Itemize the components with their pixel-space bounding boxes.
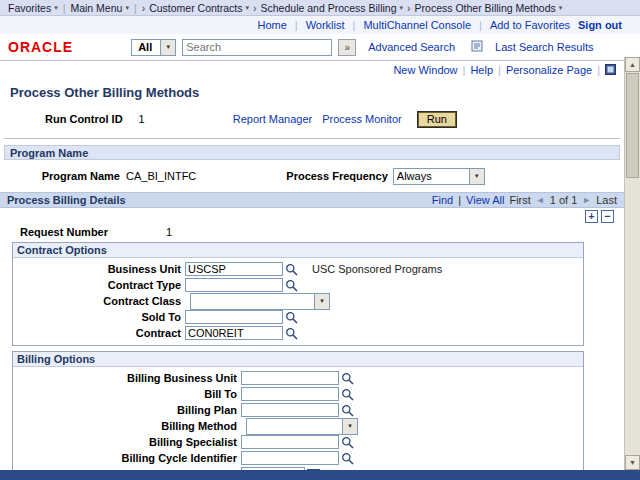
lookup-icon[interactable] [285, 279, 298, 292]
breadcrumb-label: Customer Contracts [149, 2, 242, 14]
field-row: Business Unit USC Sponsored Programs [13, 261, 583, 277]
breadcrumb-label: Schedule and Process Billing [261, 2, 397, 14]
header-bar: ORACLE All ▾ » Advanced Search Last Sear… [0, 34, 640, 61]
billing-method-select[interactable]: ▾ [246, 418, 358, 435]
run-control-id-label: Run Control ID [45, 113, 123, 125]
breadcrumb-item-process-other-billing-methods[interactable]: Process Other Billing Methods ▾ [415, 2, 563, 14]
chevron-down-icon: ▾ [559, 4, 563, 11]
separator: | [498, 64, 501, 76]
breadcrumb: Favorites ▾ | Main Menu ▾ | › Customer C… [0, 0, 640, 16]
breadcrumb-chevron-icon: › [253, 2, 257, 14]
process-monitor-link[interactable]: Process Monitor [322, 113, 401, 125]
multichannel-console-link[interactable]: MultiChannel Console [363, 19, 471, 31]
separator: | [458, 194, 461, 206]
lookup-icon[interactable] [285, 327, 298, 340]
vertical-scrollbar[interactable]: ▲ ▼ [624, 57, 640, 470]
copy-url-icon[interactable] [605, 64, 616, 77]
row-action-buttons: + − [0, 208, 624, 224]
process-frequency-label: Process Frequency [286, 170, 388, 182]
lookup-icon[interactable] [341, 436, 354, 449]
separator: | [597, 64, 600, 76]
business-unit-input[interactable] [185, 262, 283, 276]
field-row: Bill To [13, 386, 583, 402]
personalize-page-link[interactable]: Personalize Page [506, 64, 592, 76]
separator: | [479, 19, 482, 31]
separator: | [63, 2, 66, 14]
delete-row-button[interactable]: − [601, 210, 614, 223]
scroll-up-button[interactable]: ▲ [625, 57, 640, 72]
next-row-icon[interactable]: ► [582, 195, 591, 205]
request-number-row: Request Number 1 [0, 224, 624, 239]
lookup-icon[interactable] [285, 311, 298, 324]
chevron-down-icon: ▾ [469, 169, 484, 184]
add-to-favorites-link[interactable]: Add to Favorites [490, 19, 570, 31]
last-label: Last [596, 194, 617, 206]
main-menu[interactable]: Main Menu ▾ [70, 2, 128, 14]
add-row-button[interactable]: + [585, 210, 598, 223]
help-link[interactable]: Help [470, 64, 493, 76]
process-billing-details-title: Process Billing Details [7, 194, 126, 206]
last-search-results-icon [471, 40, 483, 54]
lookup-icon[interactable] [341, 404, 354, 417]
billing-business-unit-input[interactable] [241, 371, 339, 385]
chevron-down-icon: ▾ [314, 294, 329, 309]
billing-specialist-input[interactable] [241, 435, 339, 449]
field-row: Sold To [13, 309, 583, 325]
contract-type-label: Contract Type [13, 279, 181, 291]
contract-input[interactable] [185, 326, 283, 340]
favorites-menu[interactable]: Favorites ▾ [8, 2, 58, 14]
field-row: Contract [13, 325, 583, 341]
run-button[interactable]: Run [418, 112, 456, 127]
contract-class-select[interactable]: ▾ [190, 293, 330, 310]
home-link[interactable]: Home [257, 19, 286, 31]
billing-options-group: Billing Options Billing Business Unit Bi… [12, 351, 584, 480]
scrollbar-thumb[interactable] [626, 73, 639, 178]
divider [4, 138, 620, 139]
lookup-icon[interactable] [285, 263, 298, 276]
sign-out-link[interactable]: Sign out [578, 19, 622, 31]
view-all-link[interactable]: View All [466, 194, 504, 206]
advanced-search-link[interactable]: Advanced Search [368, 41, 455, 53]
last-search-results-link[interactable]: Last Search Results [495, 41, 593, 53]
billing-plan-label: Billing Plan [13, 404, 237, 416]
process-frequency-select[interactable]: Always ▾ [393, 168, 485, 185]
find-link[interactable]: Find [432, 194, 453, 206]
worklist-link[interactable]: Worklist [306, 19, 345, 31]
search-scope-value: All [132, 41, 160, 53]
field-row: Contract Class ▾ [13, 293, 583, 309]
previous-row-icon[interactable]: ◄ [536, 195, 545, 205]
lookup-icon[interactable] [341, 372, 354, 385]
search-input[interactable] [182, 39, 332, 56]
field-row: Billing Plan [13, 402, 583, 418]
breadcrumb-label: Process Other Billing Methods [415, 2, 556, 14]
breadcrumb-item-customer-contracts[interactable]: Customer Contracts ▾ [149, 2, 249, 14]
breadcrumb-item-schedule-and-process-billing[interactable]: Schedule and Process Billing ▾ [261, 2, 404, 14]
peoplesoft-window: Favorites ▾ | Main Menu ▾ | › Customer C… [0, 0, 640, 480]
contract-class-label: Contract Class [13, 295, 181, 307]
field-row: Billing Business Unit [13, 370, 583, 386]
lookup-icon[interactable] [341, 452, 354, 465]
program-name-row: Program Name CA_BI_INTFC Process Frequen… [0, 165, 624, 187]
contract-label: Contract [13, 327, 181, 339]
report-manager-link[interactable]: Report Manager [233, 113, 313, 125]
page-title: Process Other Billing Methods [10, 85, 624, 100]
billing-cycle-identifier-input[interactable] [241, 451, 339, 465]
page-utility-links: New Window | Help | Personalize Page | [0, 63, 624, 77]
billing-business-unit-label: Billing Business Unit [13, 372, 237, 384]
contract-options-title: Contract Options [13, 243, 583, 258]
search-scope-select[interactable]: All ▾ [131, 39, 176, 56]
top-nav: Home | Worklist | MultiChannel Console |… [0, 16, 640, 34]
contract-options-body: Business Unit USC Sponsored Programs Con… [13, 258, 583, 345]
separator: | [295, 19, 298, 31]
bill-to-input[interactable] [241, 387, 339, 401]
search-go-button[interactable]: » [338, 39, 356, 56]
contract-type-input[interactable] [185, 278, 283, 292]
chevron-down-icon: ▾ [125, 4, 129, 11]
lookup-icon[interactable] [341, 388, 354, 401]
new-window-link[interactable]: New Window [393, 64, 457, 76]
program-name-label: Program Name [0, 170, 120, 182]
scroll-down-button[interactable]: ▼ [625, 455, 640, 470]
sold-to-input[interactable] [185, 310, 283, 324]
field-row: Billing Method ▾ [13, 418, 583, 434]
billing-plan-input[interactable] [241, 403, 339, 417]
